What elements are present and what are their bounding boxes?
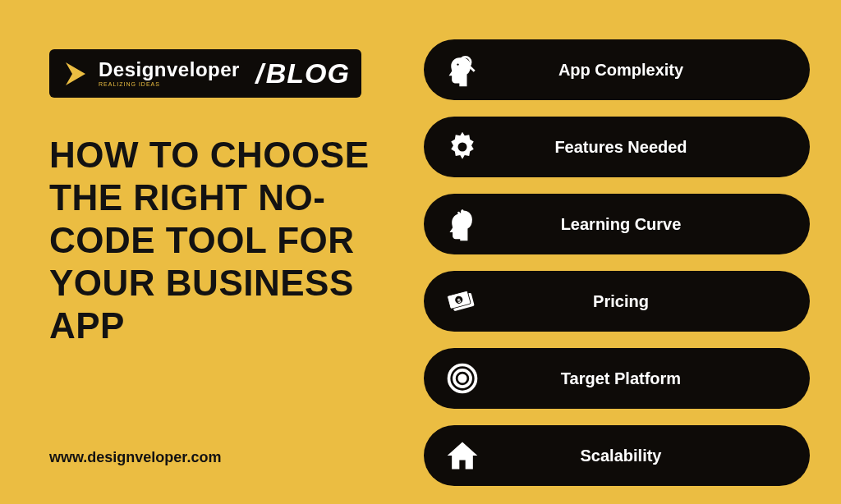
criteria-item-scalability: Scalability — [424, 425, 810, 486]
criteria-label: Features Needed — [483, 138, 792, 157]
site-url: www.designveloper.com — [49, 449, 221, 466]
house-icon — [442, 435, 483, 476]
criteria-label: Pricing — [483, 292, 792, 311]
target-icon — [442, 358, 483, 399]
criteria-item-app-complexity: App Complexity — [424, 39, 810, 100]
criteria-list: App Complexity Features Needed Learning … — [424, 39, 810, 486]
criteria-item-target-platform: Target Platform — [424, 348, 810, 409]
gear-icon — [442, 126, 483, 167]
head-arrow-icon — [442, 204, 483, 245]
svg-point-10 — [459, 375, 465, 381]
head-magnifier-icon — [442, 49, 483, 90]
brand-name-text: Designveloper — [99, 58, 240, 80]
criteria-label: Target Platform — [483, 369, 792, 388]
criteria-item-learning-curve: Learning Curve — [424, 194, 810, 254]
criteria-item-features-needed: Features Needed — [424, 117, 810, 177]
svg-point-3 — [458, 143, 467, 152]
criteria-label: App Complexity — [483, 61, 792, 80]
brand-tagline: REALIZING IDEAS — [99, 81, 240, 87]
criteria-label: Scalability — [483, 447, 792, 465]
criteria-item-pricing: $ Pricing — [424, 271, 810, 332]
blog-badge: BLOG — [255, 57, 350, 89]
page-title: HOW TO CHOOSE THE RIGHT NO-CODE TOOL FOR… — [49, 134, 394, 347]
brand-name: Designveloper REALIZING IDEAS — [99, 60, 240, 87]
svg-point-2 — [457, 63, 458, 65]
criteria-label: Learning Curve — [483, 215, 792, 234]
brand-logo-bar: Designveloper REALIZING IDEAS BLOG — [49, 49, 361, 98]
money-icon: $ — [442, 281, 483, 322]
brand-mark-icon — [61, 59, 90, 89]
